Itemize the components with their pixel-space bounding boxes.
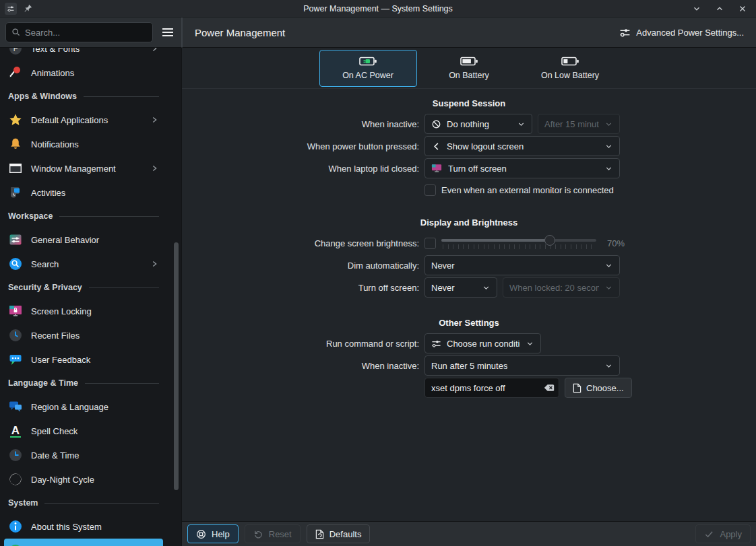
chevron-down-icon [604, 142, 613, 151]
chevron-right-icon [150, 48, 159, 53]
sidebar-section-language-time: Language & Time [4, 372, 163, 395]
main-header: Power Management Advanced Power Settings… [182, 18, 756, 48]
sidebar-item-text-fonts[interactable]: F Text & Fonts [4, 48, 163, 61]
main-panel: Power Management Advanced Power Settings… [182, 18, 756, 546]
recent-files-icon [8, 328, 23, 343]
reset-icon [253, 529, 263, 539]
day-night-icon [8, 472, 23, 487]
command-input[interactable] [424, 378, 559, 398]
window-title: Power Management — System Settings [0, 4, 756, 13]
brightness-percent: 70% [602, 238, 625, 248]
chevron-down-icon [517, 120, 526, 129]
tab-on-low-battery[interactable]: On Low Battery [522, 50, 619, 87]
slider-ticks [443, 244, 595, 249]
chevron-right-icon [150, 115, 159, 125]
dim-automatically-combobox[interactable]: Never [424, 255, 620, 275]
default-applications-icon [8, 112, 23, 127]
sidebar-item-spell-check[interactable]: A Spell Check [4, 419, 163, 443]
brightness-checkbox[interactable] [424, 238, 436, 249]
choose-script-button[interactable]: Choose... [565, 378, 632, 398]
defaults-icon [315, 529, 324, 539]
sidebar-item-region-language[interactable]: Region & Language [4, 395, 163, 419]
sidebar-item-power-management[interactable]: Power Management [4, 539, 163, 546]
sidebar-item-user-feedback[interactable]: User Feedback [4, 347, 163, 372]
tab-on-ac-power[interactable]: On AC Power [319, 50, 417, 87]
turn-off-screen-combobox[interactable]: Never [424, 277, 497, 298]
sidebar-item-date-time[interactable]: Date & Time [4, 443, 163, 467]
chevron-down-icon [526, 339, 534, 348]
sidebar-item-default-applications[interactable]: Default Applications [4, 108, 163, 132]
sliders-icon [619, 27, 631, 38]
settings-form: Suspend Session When inactive: Do nothin… [182, 98, 756, 398]
close-button[interactable] [738, 4, 747, 13]
search-input[interactable] [25, 28, 147, 38]
content-area: On AC Power On Battery On Low Battery Su… [182, 48, 756, 521]
turn-off-screen-label: Turn off screen: [182, 283, 419, 293]
file-icon [573, 383, 581, 393]
chevron-right-icon [150, 259, 159, 269]
external-monitor-checkbox-label: Even when an external monitor is connect… [441, 185, 614, 195]
tab-on-battery[interactable]: On Battery [420, 50, 518, 87]
pin-icon[interactable] [24, 4, 32, 13]
date-time-icon [8, 448, 23, 463]
maximize-button[interactable] [715, 4, 724, 13]
chevron-down-icon [604, 164, 613, 173]
power-profile-tabs: On AC Power On Battery On Low Battery [182, 48, 756, 89]
menu-icon[interactable] [160, 25, 176, 40]
sidebar-item-about-this-system[interactable]: About this System [4, 514, 163, 539]
sidebar-section-security-privacy: Security & Privacy [4, 276, 163, 299]
sidebar-item-window-management[interactable]: Window Management [4, 156, 163, 180]
external-monitor-checkbox[interactable] [424, 184, 436, 196]
window-management-icon [8, 161, 23, 176]
power-button-label: When power button pressed: [182, 141, 419, 151]
script-when-inactive-combobox[interactable]: Run after 5 minutes [424, 355, 620, 376]
chevron-down-icon [604, 283, 613, 292]
chevron-down-icon [482, 283, 491, 292]
sidebar-item-screen-locking[interactable]: Screen Locking [4, 299, 163, 323]
run-conditions-button[interactable]: Choose run conditions [424, 333, 541, 353]
sidebar-section-workspace: Workspace [4, 205, 163, 228]
about-system-icon [8, 519, 23, 534]
sidebar-item-day-night-cycle[interactable]: Day-Night Cycle [4, 467, 163, 491]
search-icon [11, 28, 21, 37]
section-title-display-brightness: Display and Brightness [182, 217, 756, 228]
sidebar-section-system: System [4, 491, 163, 514]
help-button[interactable]: Help [187, 524, 239, 543]
brightness-slider[interactable] [441, 236, 596, 250]
sidebar-list: F Text & Fonts Animations Apps & Windows… [0, 48, 182, 546]
defaults-button[interactable]: Defaults [307, 524, 371, 543]
sidebar-item-recent-files[interactable]: Recent Files [4, 323, 163, 347]
battery-low-icon [561, 56, 579, 67]
turn-off-screen-icon [431, 164, 443, 173]
user-feedback-icon [8, 352, 23, 367]
clear-input-icon[interactable] [544, 382, 555, 393]
chevron-down-icon [604, 261, 613, 270]
reset-button: Reset [245, 524, 301, 543]
sidebar-scrollbar[interactable] [174, 242, 179, 490]
power-button-combobox[interactable]: Show logout screen [424, 136, 620, 156]
laptop-lid-combobox[interactable]: Turn off screen [424, 158, 620, 178]
general-behavior-icon [8, 232, 23, 247]
suspend-after-combobox: After 15 minutes [538, 114, 620, 134]
sidebar: F Text & Fonts Animations Apps & Windows… [0, 18, 182, 546]
advanced-power-settings-button[interactable]: Advanced Power Settings... [619, 27, 744, 38]
titlebar: Power Management — System Settings [0, 0, 756, 18]
section-title-suspend-session: Suspend Session [182, 98, 756, 108]
minimize-button[interactable] [692, 4, 701, 13]
sidebar-section-apps-windows: Apps & Windows [4, 85, 163, 108]
search-box[interactable] [5, 22, 153, 42]
sidebar-item-animations[interactable]: Animations [4, 61, 163, 85]
footer-toolbar: Help Reset Defaults Apply [182, 521, 756, 546]
suspend-when-inactive-combobox[interactable]: Do nothing [424, 114, 532, 134]
dim-automatically-label: Dim automatically: [182, 261, 419, 271]
animations-icon [8, 65, 23, 80]
sidebar-item-activities[interactable]: Activities [4, 180, 163, 205]
apply-button: Apply [695, 524, 751, 543]
svg-text:F: F [13, 48, 18, 53]
chevron-down-icon [604, 362, 613, 370]
brightness-label: Change screen brightness: [182, 238, 419, 248]
sidebar-item-general-behavior[interactable]: General Behavior [4, 228, 163, 252]
sidebar-item-notifications[interactable]: Notifications [4, 132, 163, 156]
sidebar-item-search[interactable]: Search [4, 252, 163, 276]
system-settings-window: Power Management — System Settings F Tex… [0, 0, 756, 546]
